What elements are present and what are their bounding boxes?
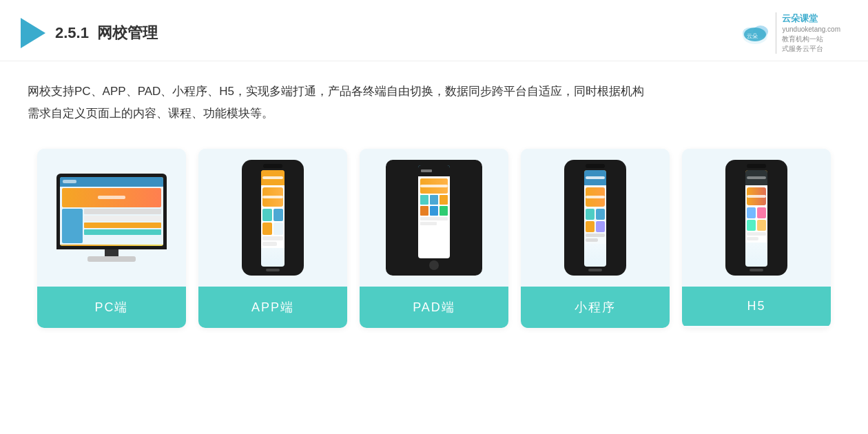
page: 2.5.1 网校管理 云朵 云朵课堂 yunduoketang.com 教育机构… xyxy=(0,0,868,434)
card-mini: 小程序 xyxy=(521,149,670,328)
card-h5-image xyxy=(682,149,831,287)
pc-screen xyxy=(60,177,163,246)
pc-monitor xyxy=(56,174,167,249)
card-pad-label: PAD端 xyxy=(360,287,508,328)
card-mini-image xyxy=(521,149,670,287)
card-h5-label: H5 xyxy=(682,287,831,326)
mini-phone-screen xyxy=(584,170,606,267)
pad-tablet-mockup xyxy=(386,160,482,276)
page-title: 2.5.1 网校管理 xyxy=(55,23,158,43)
card-h5: H5 xyxy=(682,149,831,328)
brand-cloud-icon: 云朵 xyxy=(740,21,770,45)
card-pad: PAD端 xyxy=(360,149,508,328)
card-pc-label: PC端 xyxy=(37,287,186,328)
h5-phone-screen xyxy=(745,170,767,267)
phone-screen xyxy=(261,170,285,267)
description-line2: 需求自定义页面上的内容、课程、功能模块等。 xyxy=(28,103,840,125)
description-line1: 网校支持PC、APP、PAD、小程序、H5，实现多端打通，产品各终端自由切换，数… xyxy=(28,81,840,103)
phone-notch xyxy=(263,164,282,168)
card-pc-image xyxy=(37,149,186,287)
description-block: 网校支持PC、APP、PAD、小程序、H5，实现多端打通，产品各终端自由切换，数… xyxy=(0,61,868,132)
app-phone-mockup xyxy=(242,160,304,276)
cards-section: PC端 xyxy=(0,132,868,349)
card-pad-image xyxy=(360,149,508,287)
brand-logo: 云朵 云朵课堂 yunduoketang.com 教育机构一站 式服务云平台 xyxy=(740,12,840,54)
pc-neck xyxy=(105,249,118,256)
tablet-screen xyxy=(418,165,450,258)
h5-phone-mockup xyxy=(725,160,787,276)
card-app-image xyxy=(198,149,347,287)
pc-stand xyxy=(87,256,136,262)
logo-triangle-icon xyxy=(21,18,45,48)
mini-phone-notch xyxy=(586,164,605,168)
pc-mockup xyxy=(56,174,167,262)
card-app-label: APP端 xyxy=(198,287,347,328)
brand-text: 云朵课堂 yunduoketang.com 教育机构一站 式服务云平台 xyxy=(776,12,840,54)
header: 2.5.1 网校管理 云朵 云朵课堂 yunduoketang.com 教育机构… xyxy=(0,0,868,61)
card-app: APP端 xyxy=(198,149,347,328)
h5-phone-notch xyxy=(747,164,766,168)
header-left: 2.5.1 网校管理 xyxy=(21,18,158,48)
phone-home-btn xyxy=(266,269,280,271)
tablet-home-btn xyxy=(429,260,439,270)
card-pc: PC端 xyxy=(37,149,186,328)
card-mini-label: 小程序 xyxy=(521,287,670,328)
svg-text:云朵: 云朵 xyxy=(747,33,758,39)
mini-phone-mockup xyxy=(564,160,626,276)
mini-phone-home-btn xyxy=(588,269,602,271)
h5-phone-home-btn xyxy=(750,269,763,271)
